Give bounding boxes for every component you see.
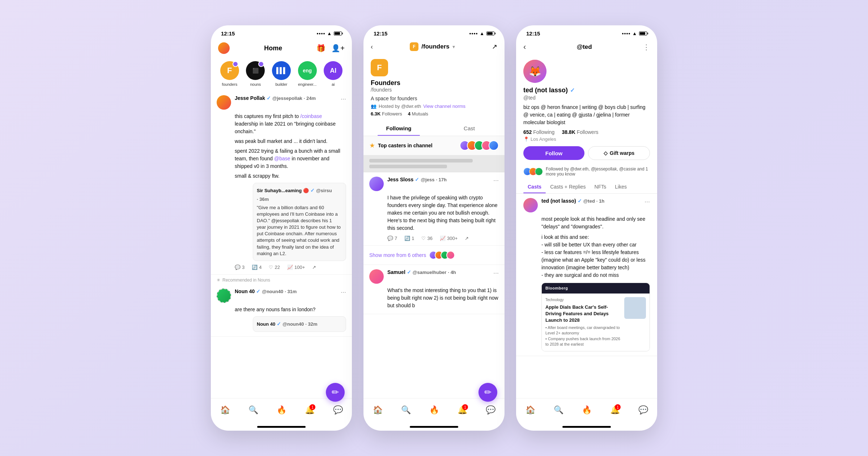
analytics-jess[interactable]: 📈 300+ — [440, 236, 458, 241]
bottom-nav-2: 🏠 🔍 🔥 🔔 1 💬 — [363, 398, 505, 426]
more-options-profile[interactable]: ⋮ — [643, 43, 650, 51]
tab-cast[interactable]: Cast — [434, 121, 505, 136]
nav-home-1[interactable]: 🏠 — [218, 403, 232, 417]
follow-button[interactable]: Follow — [523, 146, 584, 160]
gift-warps-button[interactable]: ◇ Gift warps — [588, 146, 650, 160]
story-label-ai: ai — [332, 82, 335, 86]
channel-hosted-by: 👥 Hosted by @dwr.eth View channel norms — [371, 104, 497, 109]
tab-casts[interactable]: Casts — [523, 180, 546, 193]
battery-1 — [334, 31, 342, 35]
cast-avatar-samuel[interactable] — [369, 269, 384, 284]
cast-avatar-jess[interactable] — [369, 177, 384, 191]
view-norms-link[interactable]: View channel norms — [423, 104, 465, 109]
following-stat: 652 Following — [523, 129, 554, 135]
channel-cast-jess: Jess Sloss ✓ @jess · 17h ··· I have the … — [363, 172, 505, 246]
cast-avatar-jesse[interactable] — [217, 95, 231, 110]
user-avatar-1[interactable] — [218, 42, 230, 54]
star-icon: ★ — [369, 142, 375, 149]
home-indicator-2 — [410, 426, 458, 428]
tab-following[interactable]: Following — [363, 121, 434, 136]
recast-btn-1[interactable]: 🔄 4 — [252, 265, 261, 270]
share-btn-1[interactable]: ↗ — [312, 265, 316, 270]
cast-meta-samuel: Samuel ✓ @samuelhuber · 4h — [387, 269, 490, 275]
reply-jess[interactable]: 💬 7 — [387, 236, 397, 241]
nav-search-3[interactable]: 🔍 — [551, 403, 566, 417]
status-bar-3: 12:15 ▲ — [516, 25, 657, 39]
story-builder[interactable]: ▌▌▌ builder — [268, 61, 294, 86]
back-btn-profile[interactable]: ‹ — [523, 42, 526, 52]
nav-home-3[interactable]: 🏠 — [523, 403, 537, 417]
nav-fire-3[interactable]: 🔥 — [579, 403, 594, 417]
nav-message-2[interactable]: 💬 — [483, 403, 498, 417]
channel-handle: /founders — [371, 87, 497, 93]
bottom-nav-3: 🏠 🔍 🔥 🔔 1 💬 — [516, 398, 657, 426]
like-jess[interactable]: ♡ 36 — [421, 236, 432, 241]
story-engineer[interactable]: eng engineer... — [294, 61, 320, 86]
nav-fire-1[interactable]: 🔥 — [274, 403, 289, 417]
reply-btn-1[interactable]: 💬 3 — [235, 265, 244, 270]
link-card-title: Apple Dials Back Car's Self-Driving Feat… — [545, 304, 621, 324]
story-nouns[interactable]: ⬛ nouns — [243, 61, 269, 86]
wifi-icon-1: ▲ — [327, 31, 332, 36]
cast-body-jess: I have the privilege of speaking with cr… — [387, 194, 499, 232]
story-avatar-ai: AI — [324, 61, 342, 80]
link-card-source: Bloomberg — [542, 283, 650, 294]
profile-bio: biz ops @ heron finance | writing @ boys… — [523, 104, 650, 126]
nav-bell-3[interactable]: 🔔 1 — [608, 403, 622, 417]
channel-stats: 6.3K Followers 4 Mutuals — [371, 111, 497, 117]
more-options-samuel[interactable]: ··· — [493, 269, 499, 277]
profile-cast-ted: ted (not lasso) ✓ @ted · 1h ··· most peo… — [516, 194, 657, 356]
add-user-icon-1[interactable]: 👤+ — [331, 44, 345, 52]
share-jess[interactable]: ↗ — [465, 236, 469, 241]
nav-home-2[interactable]: 🏠 — [370, 403, 385, 417]
nav-search-2[interactable]: 🔍 — [399, 403, 413, 417]
status-icons-2: ▲ — [469, 31, 494, 36]
wifi-icon-2: ▲ — [480, 31, 484, 36]
compose-fab-2[interactable]: ✏ — [478, 383, 497, 402]
host-icon: 👥 — [371, 104, 376, 109]
link-card-subtitle: • After board meetings, car downgraded t… — [545, 325, 621, 347]
show-more-btn[interactable]: Show more from 6 others — [369, 249, 426, 261]
story-founders[interactable]: F founders — [217, 61, 243, 86]
reply-icon-1: 💬 — [235, 265, 241, 270]
show-more-row[interactable]: Show more from 6 others — [363, 246, 505, 265]
link-card-thumbnail — [624, 297, 646, 319]
time-2: 12:15 — [374, 30, 387, 37]
back-btn[interactable]: ‹ — [371, 43, 373, 51]
chevron-down-icon-channel[interactable]: ▾ — [452, 44, 455, 50]
tab-nfts[interactable]: NFTs — [590, 180, 611, 193]
profile-location: 📍 Los Angeles — [523, 136, 650, 142]
more-options-ted[interactable]: ··· — [644, 198, 650, 206]
message-icon-3: 💬 — [638, 405, 648, 415]
like-btn-1[interactable]: ♡ 22 — [269, 265, 280, 270]
analytics-btn-1[interactable]: 📈 100+ — [287, 265, 305, 270]
more-options-btn-2[interactable]: ··· — [341, 288, 346, 296]
tab-likes[interactable]: Likes — [610, 180, 631, 193]
nav-fire-2[interactable]: 🔥 — [427, 403, 441, 417]
tab-casts-replies[interactable]: Casts + Replies — [546, 180, 590, 193]
nav-message-3[interactable]: 💬 — [636, 403, 650, 417]
recast-icon-1: 🔄 — [252, 265, 258, 270]
link-card[interactable]: Bloomberg Technology Apple Dials Back Ca… — [541, 283, 650, 351]
more-options-jess[interactable]: ··· — [493, 177, 499, 184]
nav-bell-2[interactable]: 🔔 1 — [455, 403, 469, 417]
nav-bell-1[interactable]: 🔔 1 — [302, 403, 317, 417]
gift-icon-1[interactable]: 🎁 — [316, 44, 326, 52]
cast-avatar-ted[interactable] — [523, 198, 538, 212]
cast-avatar-noun40[interactable] — [217, 288, 231, 303]
nav-header-1: Home 🎁 👤+ — [211, 39, 352, 58]
heart-icon-jess: ♡ — [421, 236, 426, 241]
nav-search-1[interactable]: 🔍 — [246, 403, 260, 417]
recast-jess[interactable]: 🔄 1 — [404, 236, 414, 241]
followed-by: Followed by @dwr.eth, @jessepollak, @cas… — [516, 164, 657, 180]
nav-message-1[interactable]: 💬 — [331, 403, 345, 417]
battery-2 — [486, 31, 494, 35]
story-ai[interactable]: AI ai — [320, 61, 346, 86]
cast-meta-ted: ted (not lasso) ✓ @ted · 1h — [541, 198, 641, 204]
followers-stat-profile: 38.8K Followers — [562, 129, 598, 135]
compose-fab[interactable]: ✏ — [326, 383, 345, 402]
caster-av-5[interactable] — [489, 140, 499, 151]
channel-logo-sm: F — [410, 42, 418, 51]
share-icon-channel[interactable]: ↗ — [492, 43, 497, 51]
more-options-btn-1[interactable]: ··· — [341, 95, 346, 103]
